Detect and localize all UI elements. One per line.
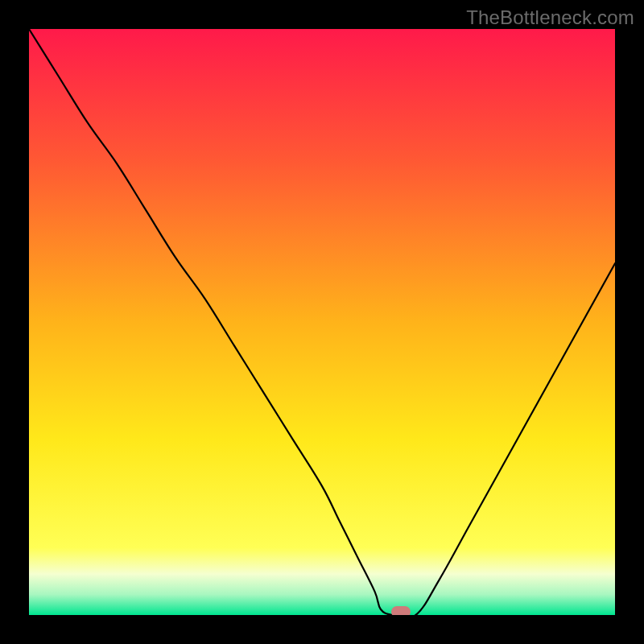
chart-frame: TheBottleneck.com — [0, 0, 644, 644]
plot-area — [29, 29, 615, 615]
optimal-marker — [391, 606, 411, 615]
chart-svg — [29, 29, 615, 615]
watermark-text: TheBottleneck.com — [466, 6, 634, 29]
gradient-background — [29, 29, 615, 615]
